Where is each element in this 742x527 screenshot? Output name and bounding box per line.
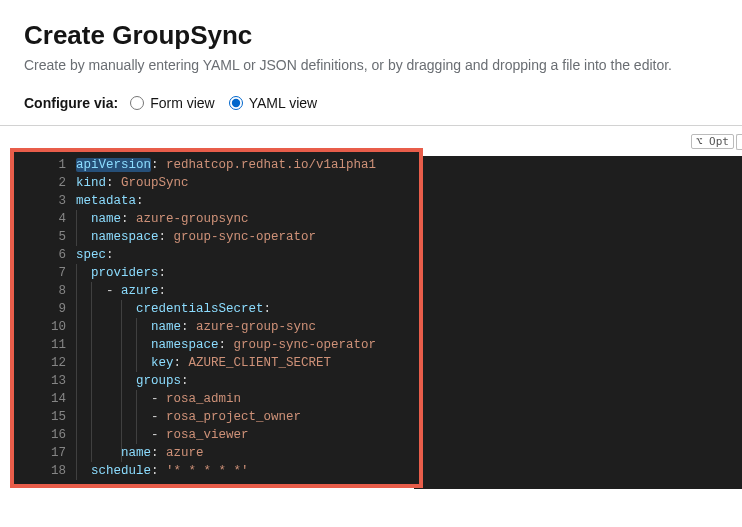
code-line[interactable]: apiVersion: redhatcop.redhat.io/v1alpha1: [76, 156, 419, 174]
code-line[interactable]: credentialsSecret:: [76, 300, 419, 318]
line-number: 9: [14, 300, 66, 318]
line-number: 2: [14, 174, 66, 192]
form-view-option[interactable]: Form view: [130, 95, 215, 111]
line-number: 16: [14, 426, 66, 444]
configure-via-row: Configure via: Form view YAML view: [0, 85, 742, 126]
code-line[interactable]: name: azure-group-sync: [76, 318, 419, 336]
page-title: Create GroupSync: [24, 20, 718, 51]
line-number: 3: [14, 192, 66, 210]
annotation-highlight-box: 1 2 3 4 5 6 7 8 9 10 11 12 13 14 15 16 1…: [10, 148, 423, 488]
code-line[interactable]: - rosa_admin: [76, 390, 419, 408]
code-line[interactable]: kind: GroupSync: [76, 174, 419, 192]
line-number: 8: [14, 282, 66, 300]
line-number: 17: [14, 444, 66, 462]
yaml-view-radio[interactable]: [229, 96, 243, 110]
code-line[interactable]: spec:: [76, 246, 419, 264]
code-line[interactable]: metadata:: [76, 192, 419, 210]
code-line[interactable]: namespace: group-sync-operator: [76, 228, 419, 246]
line-number: 4: [14, 210, 66, 228]
line-number: 12: [14, 354, 66, 372]
line-number: 11: [14, 336, 66, 354]
line-number: 1: [14, 156, 66, 174]
line-number: 13: [14, 372, 66, 390]
line-number: 5: [14, 228, 66, 246]
code-line[interactable]: groups:: [76, 372, 419, 390]
code-line[interactable]: schedule: '* * * * *': [76, 462, 419, 480]
line-number: 15: [14, 408, 66, 426]
page-header: Create GroupSync Create by manually ente…: [0, 0, 742, 85]
configure-via-label: Configure via:: [24, 95, 118, 111]
yaml-editor[interactable]: 1 2 3 4 5 6 7 8 9 10 11 12 13 14 15 16 1…: [14, 152, 419, 484]
code-line[interactable]: name: azure: [76, 444, 419, 462]
code-line[interactable]: key: AZURE_CLIENT_SECRET: [76, 354, 419, 372]
yaml-view-label[interactable]: YAML view: [249, 95, 317, 111]
line-number: 14: [14, 390, 66, 408]
editor-background-extension: [414, 156, 742, 489]
code-line[interactable]: name: azure-groupsync: [76, 210, 419, 228]
page-subtitle: Create by manually entering YAML or JSON…: [24, 57, 718, 73]
code-line[interactable]: - rosa_viewer: [76, 426, 419, 444]
view-radio-group: Form view YAML view: [130, 95, 317, 111]
form-view-radio[interactable]: [130, 96, 144, 110]
line-number: 10: [14, 318, 66, 336]
line-number-gutter: 1 2 3 4 5 6 7 8 9 10 11 12 13 14 15 16 1…: [14, 156, 76, 480]
editor-area: ⌥ Opt 1 2 3 4 5 6 7 8 9 10 11 12 13 14 1…: [0, 126, 742, 488]
opt-button-partial[interactable]: [736, 134, 742, 150]
line-number: 6: [14, 246, 66, 264]
code-content[interactable]: apiVersion: redhatcop.redhat.io/v1alpha1…: [76, 156, 419, 480]
code-line[interactable]: namespace: group-sync-operator: [76, 336, 419, 354]
yaml-view-option[interactable]: YAML view: [229, 95, 317, 111]
line-number: 18: [14, 462, 66, 480]
code-line[interactable]: - azure:: [76, 282, 419, 300]
line-number: 7: [14, 264, 66, 282]
code-line[interactable]: providers:: [76, 264, 419, 282]
opt-button[interactable]: ⌥ Opt: [691, 134, 734, 149]
code-line[interactable]: - rosa_project_owner: [76, 408, 419, 426]
form-view-label[interactable]: Form view: [150, 95, 215, 111]
